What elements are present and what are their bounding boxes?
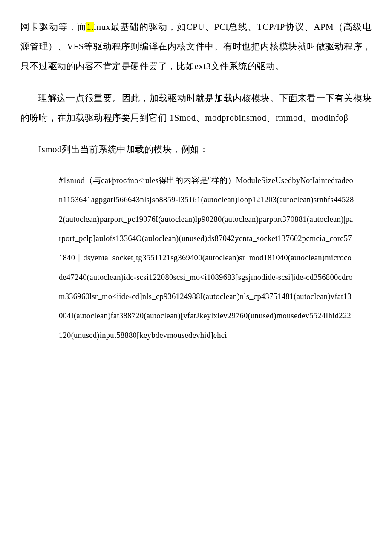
paragraph-1-pre: 网卡驱动等，而	[20, 22, 86, 32]
paragraph-3: Ismod列出当前系统中加载的模块，例如：	[20, 139, 372, 159]
paragraph-2: 理解这一点很重要。因此，加载驱动时就是加载内核模块。下面来看一下有关模块的吩咐，…	[20, 88, 372, 128]
document-page: 网卡驱动等，而1.inux最基础的驱动，如CPU、PCl总线、TCP/IP协议、…	[0, 0, 392, 362]
code-output-block: #1snıod（与cat⁄proc⁄mo<iules得出的内容是″样的）Modu…	[59, 171, 355, 345]
paragraph-1: 网卡驱动等，而1.inux最基础的驱动，如CPU、PCl总线、TCP/IP协议、…	[20, 17, 372, 76]
highlight-text: 1.	[86, 22, 94, 32]
